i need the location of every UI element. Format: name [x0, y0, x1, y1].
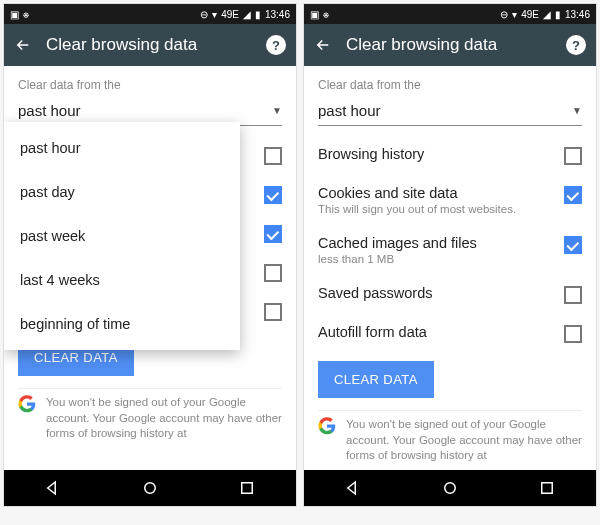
svg-rect-3	[542, 482, 553, 493]
menu-item-beginning-of-time[interactable]: beginning of time	[4, 302, 240, 346]
checkbox[interactable]	[264, 186, 282, 204]
phone-left: ▣ ⎈ ⊖ ▾ 49E ◢ ▮ 13:46 Clear browsing dat…	[4, 4, 296, 506]
list-item[interactable]: Saved passwords	[318, 275, 582, 314]
android-nav-bar	[4, 470, 296, 506]
clock: 13:46	[265, 9, 290, 20]
chevron-down-icon: ▼	[272, 105, 282, 116]
nav-recent-icon[interactable]	[538, 479, 556, 497]
checkbox[interactable]	[264, 264, 282, 282]
checkbox[interactable]	[264, 225, 282, 243]
nav-recent-icon[interactable]	[238, 479, 256, 497]
item-sublabel: less than 1 MB	[318, 253, 556, 265]
wifi-icon: ▾	[512, 9, 517, 20]
list-item[interactable]: Cached images and files less than 1 MB	[318, 225, 582, 275]
svg-point-0	[145, 482, 156, 493]
back-icon[interactable]	[314, 36, 332, 54]
menu-item-past-day[interactable]: past day	[4, 170, 240, 214]
checkbox[interactable]	[264, 303, 282, 321]
item-sublabel: This will sign you out of most websites.	[318, 203, 556, 215]
signout-notice: You won't be signed out of your Google a…	[18, 388, 282, 448]
content-area: Clear data from the past hour ▼ Browsing…	[304, 66, 596, 470]
checkbox[interactable]	[564, 286, 582, 304]
clock: 13:46	[565, 9, 590, 20]
svg-point-2	[445, 482, 456, 493]
signal-icon: ◢	[243, 9, 251, 20]
nav-home-icon[interactable]	[441, 479, 459, 497]
signout-notice: You won't be signed out of your Google a…	[318, 410, 582, 470]
notice-text: You won't be signed out of your Google a…	[346, 417, 582, 464]
item-label: Cached images and files	[318, 235, 556, 251]
nav-back-icon[interactable]	[44, 479, 62, 497]
dropdown-selected: past hour	[18, 102, 81, 119]
image-icon: ▣	[10, 9, 19, 20]
list-item[interactable]: Browsing history	[318, 136, 582, 175]
back-icon[interactable]	[14, 36, 32, 54]
time-range-dropdown[interactable]: past hour ▼	[318, 98, 582, 126]
help-icon[interactable]: ?	[566, 35, 586, 55]
section-label: Clear data from the	[318, 78, 582, 92]
checkbox[interactable]	[564, 147, 582, 165]
dropdown-selected: past hour	[318, 102, 381, 119]
checkbox[interactable]	[564, 186, 582, 204]
content-area: Clear data from the past hour ▼ Browsing…	[4, 66, 296, 470]
dnd-icon: ⊖	[500, 9, 508, 20]
section-label: Clear data from the	[18, 78, 282, 92]
status-bar: ▣ ⎈ ⊖ ▾ 49E ◢ ▮ 13:46	[4, 4, 296, 24]
checkbox[interactable]	[564, 236, 582, 254]
page-title: Clear browsing data	[46, 35, 252, 55]
android-nav-bar	[304, 470, 596, 506]
checkbox[interactable]	[564, 325, 582, 343]
item-label: Autofill form data	[318, 324, 556, 340]
menu-item-last-4-weeks[interactable]: last 4 weeks	[4, 258, 240, 302]
signal-icon: ◢	[543, 9, 551, 20]
notice-text: You won't be signed out of your Google a…	[46, 395, 282, 442]
battery-icon: ▮	[255, 9, 261, 20]
location-icon: ⎈	[323, 9, 329, 20]
app-bar: Clear browsing data ?	[4, 24, 296, 66]
item-label: Saved passwords	[318, 285, 556, 301]
page-title: Clear browsing data	[346, 35, 552, 55]
location-icon: ⎈	[23, 9, 29, 20]
nav-home-icon[interactable]	[141, 479, 159, 497]
time-range-menu: past hour past day past week last 4 week…	[4, 122, 240, 350]
phone-right: ▣ ⎈ ⊖ ▾ 49E ◢ ▮ 13:46 Clear browsing dat…	[304, 4, 596, 506]
list-item[interactable]: Autofill form data	[318, 314, 582, 353]
chevron-down-icon: ▼	[572, 105, 582, 116]
help-icon[interactable]: ?	[266, 35, 286, 55]
wifi-icon: ▾	[212, 9, 217, 20]
item-label: Browsing history	[318, 146, 556, 162]
google-logo-icon	[18, 395, 36, 413]
list-item[interactable]: Cookies and site data This will sign you…	[318, 175, 582, 225]
signal-label: 49E	[221, 9, 239, 20]
item-label: Cookies and site data	[318, 185, 556, 201]
status-bar: ▣ ⎈ ⊖ ▾ 49E ◢ ▮ 13:46	[304, 4, 596, 24]
checkbox[interactable]	[264, 147, 282, 165]
menu-item-past-week[interactable]: past week	[4, 214, 240, 258]
battery-icon: ▮	[555, 9, 561, 20]
menu-item-past-hour[interactable]: past hour	[4, 126, 240, 170]
google-logo-icon	[318, 417, 336, 435]
dnd-icon: ⊖	[200, 9, 208, 20]
clear-data-button[interactable]: CLEAR DATA	[318, 361, 434, 398]
image-icon: ▣	[310, 9, 319, 20]
nav-back-icon[interactable]	[344, 479, 362, 497]
svg-rect-1	[242, 482, 253, 493]
app-bar: Clear browsing data ?	[304, 24, 596, 66]
signal-label: 49E	[521, 9, 539, 20]
